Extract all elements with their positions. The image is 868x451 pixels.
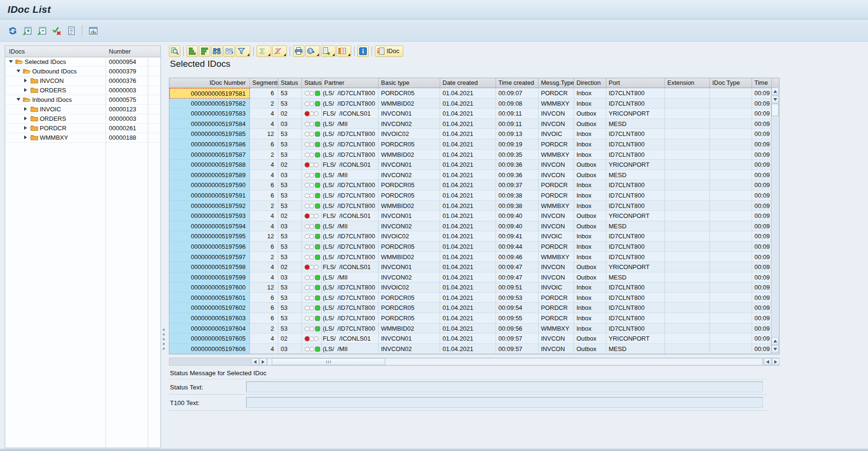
cell-port[interactable]: ID7CLNT800 [606,129,665,139]
cell-status-code[interactable]: 03 [278,170,302,180]
cell-basic-type[interactable]: INVCON02 [379,221,440,232]
grid-row[interactable]: 0000000005197587253(LS/ /ID7CLNT800WMMBI… [169,150,779,160]
cell-messg-type[interactable]: INVOIC [539,282,574,293]
cell-status-code[interactable]: 53 [278,282,302,293]
cell-status-light[interactable] [302,221,322,232]
cell-messg-type[interactable]: INVOIC [539,129,574,139]
cell-partner[interactable]: (LS/ /ID7CLNT800 [322,303,379,313]
col-header-partner[interactable]: Partner [322,78,379,88]
cell-idoc[interactable]: 0000000005197583 [169,108,250,119]
cell-idoc[interactable]: 0000000005197599 [169,272,250,283]
cell-time[interactable]: 00:09 [752,119,772,129]
cell-time-created[interactable]: 00:09:11 [496,108,539,119]
cell-time-created[interactable]: 00:09:38 [496,190,539,201]
cell-date-created[interactable]: 01.04.2021 [440,180,496,190]
cell-messg-type[interactable]: INVCON [539,119,574,129]
cell-idoc-type[interactable] [710,108,752,119]
cell-date-created[interactable]: 01.04.2021 [440,99,496,109]
cell-partner[interactable]: (LS/ /ID7CLNT800 [322,139,379,150]
cell-messg-type[interactable]: WMMBXY [539,201,574,211]
scroll-down-button[interactable] [771,345,779,353]
cell-messg-type[interactable]: WMMBXY [539,324,574,334]
cell-direction[interactable]: Outbox [574,160,606,170]
cell-time[interactable]: 00:09 [752,252,772,262]
cell-segments[interactable]: 4 [250,334,278,344]
cell-status-code[interactable]: 53 [278,252,302,262]
cell-basic-type[interactable]: PORDCR05 [379,293,440,303]
cell-segments[interactable]: 6 [250,313,278,324]
cell-segments[interactable]: 6 [250,303,278,313]
cell-time-created[interactable]: 00:09:57 [496,334,539,344]
vertical-scroll-thumb[interactable] [771,104,779,116]
col-header-status-code[interactable]: Status [278,78,302,88]
cell-direction[interactable]: Inbox [574,293,606,303]
cell-partner[interactable]: (LS/ /MII [322,344,379,354]
cell-status-code[interactable]: 53 [278,201,302,211]
cell-date-created[interactable]: 01.04.2021 [440,313,496,324]
cell-segments[interactable]: 4 [250,211,278,221]
cell-port[interactable]: MESD [606,272,665,283]
cell-port[interactable]: ID7CLNT800 [606,252,665,262]
cell-time-created[interactable]: 00:09:51 [496,282,539,293]
grid-row[interactable]: 0000000005197584403(LS/ /MIIINVCON0201.0… [169,119,779,129]
cell-status-light[interactable] [302,160,322,170]
cell-direction[interactable]: Inbox [574,313,606,324]
cell-idoc-type[interactable] [710,231,752,242]
cell-time-created[interactable]: 00:09:40 [496,211,539,221]
cell-messg-type[interactable]: PORDCR [539,88,574,99]
cell-time-created[interactable]: 00:09:11 [496,119,539,129]
cell-status-code[interactable]: 53 [278,129,302,139]
cell-date-created[interactable]: 01.04.2021 [440,334,496,344]
expander-collapsed-icon[interactable] [24,126,27,130]
expander-collapsed-icon[interactable] [24,88,27,92]
grid-row[interactable]: 0000000005197593402FLS/ /ICONLS01INVCON0… [169,211,779,221]
cell-status-light[interactable] [302,242,322,252]
cell-time[interactable]: 00:09 [752,334,772,344]
scroll-right-button[interactable] [772,358,779,365]
cell-direction[interactable]: Outbox [574,108,606,119]
idoc-button[interactable]: IDoc [375,45,403,57]
cell-partner[interactable]: (LS/ /ID7CLNT800 [322,293,379,303]
cell-idoc[interactable]: 0000000005197590 [169,180,250,190]
horizontal-scrollbar[interactable] [169,358,779,366]
cell-status-code[interactable]: 53 [278,324,302,334]
cell-partner[interactable]: FLS/ /ICONLS01 [322,334,379,344]
grid-row[interactable]: 0000000005197589403(LS/ /MIIINVCON0201.0… [169,170,779,180]
cell-direction[interactable]: Inbox [574,129,606,139]
cell-date-created[interactable]: 01.04.2021 [440,139,496,150]
refresh-button[interactable] [6,24,19,37]
cell-port[interactable]: ID7CLNT800 [606,324,665,334]
cell-direction[interactable]: Outbox [574,334,606,344]
cell-segments[interactable]: 6 [250,139,278,150]
cell-extension[interactable] [665,344,710,354]
cell-date-created[interactable]: 01.04.2021 [440,190,496,201]
col-header-port[interactable]: Port [606,78,665,88]
col-header-time[interactable]: Time [752,78,772,88]
grid-row[interactable]: 0000000005197582253(LS/ /ID7CLNT800WMMBI… [169,99,779,109]
cell-idoc-type[interactable] [710,324,752,334]
expander-collapsed-icon[interactable] [24,135,27,139]
cell-status-code[interactable]: 03 [278,272,302,283]
grid-row[interactable]: 0000000005197605402FLS/ /ICONLS01INVCON0… [169,334,779,344]
cell-time[interactable]: 00:09 [752,242,772,252]
cell-idoc-type[interactable] [710,334,752,344]
cell-idoc-type[interactable] [710,190,752,201]
cell-segments[interactable]: 6 [250,190,278,201]
cell-time[interactable]: 00:09 [752,344,772,354]
cell-status-code[interactable]: 53 [278,242,302,252]
cell-status-code[interactable]: 53 [278,99,302,109]
cell-basic-type[interactable]: PORDCR05 [379,313,440,324]
cell-basic-type[interactable]: INVOIC02 [379,231,440,242]
cell-extension[interactable] [665,119,710,129]
cell-status-light[interactable] [302,108,322,119]
cell-idoc[interactable]: 0000000005197601 [169,293,250,303]
cell-extension[interactable] [665,211,710,221]
scroll-right-button[interactable] [259,358,267,365]
cell-status-light[interactable] [302,262,322,272]
cell-time[interactable]: 00:09 [752,99,772,109]
cell-time[interactable]: 00:09 [752,313,772,324]
cell-status-light[interactable] [302,170,322,180]
col-header-direction[interactable]: Direction [574,78,606,88]
cell-messg-type[interactable]: INVCON [539,334,574,344]
cell-idoc-type[interactable] [710,201,752,211]
